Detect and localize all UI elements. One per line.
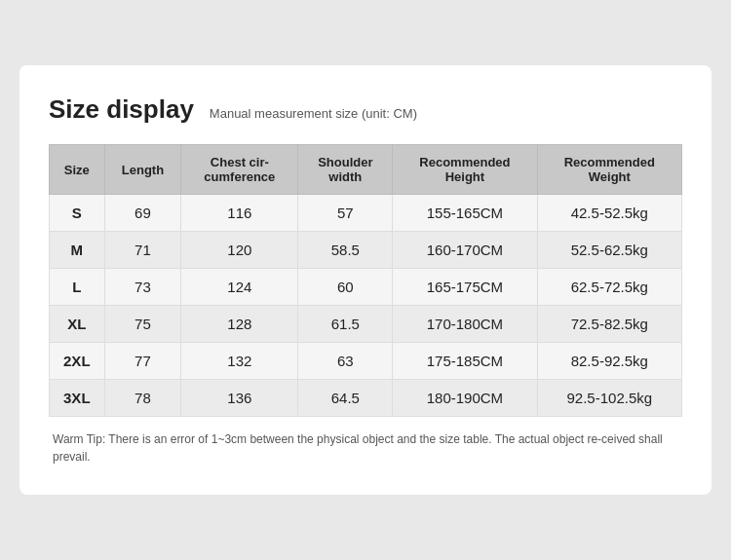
cell-rec_weight: 82.5-92.5kg: [537, 343, 681, 380]
table-header-row: Size Length Chest cir-cumference Shoulde…: [50, 145, 682, 195]
table-row: M7112058.5160-170CM52.5-62.5kg: [50, 232, 682, 269]
cell-shoulder: 63: [298, 343, 393, 380]
cell-shoulder: 60: [298, 269, 393, 306]
cell-rec_height: 160-170CM: [393, 232, 537, 269]
col-length: Length: [104, 145, 181, 195]
page-title: Size display: [49, 94, 194, 125]
cell-chest: 124: [181, 269, 298, 306]
cell-chest: 116: [181, 195, 298, 232]
col-shoulder: Shoulderwidth: [298, 145, 393, 195]
table-row: 3XL7813664.5180-190CM92.5-102.5kg: [50, 380, 682, 417]
col-rec-weight: RecommendedWeight: [537, 145, 681, 195]
cell-size: 2XL: [50, 343, 105, 380]
cell-rec_weight: 52.5-62.5kg: [537, 232, 681, 269]
table-row: S6911657155-165CM42.5-52.5kg: [50, 195, 682, 232]
table-row: L7312460165-175CM62.5-72.5kg: [50, 269, 682, 306]
cell-chest: 120: [181, 232, 298, 269]
size-table: Size Length Chest cir-cumference Shoulde…: [49, 144, 682, 417]
col-chest: Chest cir-cumference: [181, 145, 298, 195]
cell-chest: 128: [181, 306, 298, 343]
col-rec-height: RecommendedHeight: [393, 145, 537, 195]
cell-size: S: [50, 195, 105, 232]
cell-shoulder: 58.5: [298, 232, 393, 269]
cell-rec_weight: 72.5-82.5kg: [537, 306, 681, 343]
cell-rec_weight: 92.5-102.5kg: [537, 380, 681, 417]
warm-tip: Warm Tip: There is an error of 1~3cm bet…: [49, 430, 682, 466]
cell-length: 78: [104, 380, 181, 417]
cell-size: M: [50, 232, 105, 269]
size-display-card: Size display Manual measurement size (un…: [19, 65, 712, 495]
col-size: Size: [50, 145, 105, 195]
cell-length: 71: [104, 232, 181, 269]
cell-rec_weight: 42.5-52.5kg: [537, 195, 681, 232]
cell-size: XL: [50, 306, 105, 343]
cell-length: 75: [104, 306, 181, 343]
cell-shoulder: 64.5: [298, 380, 393, 417]
table-row: 2XL7713263175-185CM82.5-92.5kg: [50, 343, 682, 380]
card-header: Size display Manual measurement size (un…: [49, 94, 682, 125]
cell-rec_weight: 62.5-72.5kg: [537, 269, 681, 306]
cell-length: 69: [104, 195, 181, 232]
cell-length: 73: [104, 269, 181, 306]
cell-rec_height: 180-190CM: [393, 380, 537, 417]
cell-rec_height: 155-165CM: [393, 195, 537, 232]
cell-size: L: [50, 269, 105, 306]
cell-shoulder: 57: [298, 195, 393, 232]
table-row: XL7512861.5170-180CM72.5-82.5kg: [50, 306, 682, 343]
cell-chest: 132: [181, 343, 298, 380]
cell-length: 77: [104, 343, 181, 380]
cell-rec_height: 175-185CM: [393, 343, 537, 380]
page-subtitle: Manual measurement size (unit: CM): [210, 106, 417, 121]
cell-chest: 136: [181, 380, 298, 417]
cell-rec_height: 170-180CM: [393, 306, 537, 343]
cell-rec_height: 165-175CM: [393, 269, 537, 306]
cell-size: 3XL: [50, 380, 105, 417]
cell-shoulder: 61.5: [298, 306, 393, 343]
